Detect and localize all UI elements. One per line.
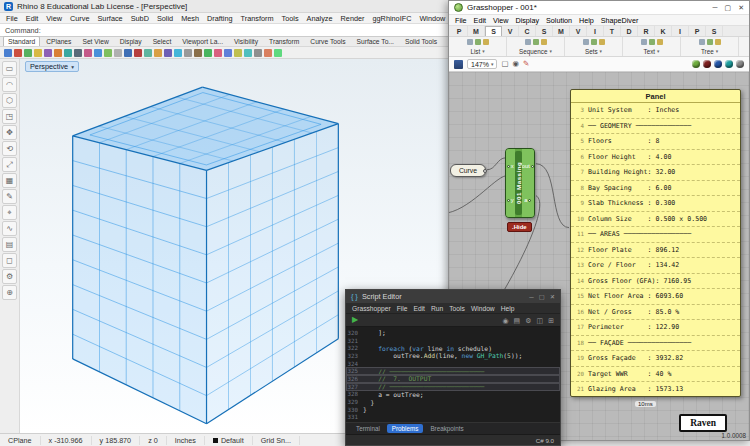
menu-tools[interactable]: Tools bbox=[449, 305, 465, 312]
menu-file[interactable]: File bbox=[6, 14, 18, 23]
toolbar-tab[interactable]: Standard bbox=[3, 36, 40, 46]
code-line[interactable]: 326 // 7. OUTPUT bbox=[346, 375, 560, 383]
input-y[interactable]: y bbox=[507, 197, 514, 203]
menu-window[interactable]: Window bbox=[419, 14, 445, 23]
menu-edit[interactable]: Edit bbox=[474, 16, 486, 25]
menu-mesh[interactable]: Mesh bbox=[181, 14, 199, 23]
menu-file[interactable]: File bbox=[455, 16, 467, 25]
tool-icon[interactable]: ⌖ bbox=[2, 205, 17, 220]
toolbar-icon[interactable] bbox=[254, 49, 262, 57]
toolbar-icon[interactable] bbox=[234, 49, 242, 57]
menu-edit[interactable]: Edit bbox=[413, 305, 425, 312]
tool-icon[interactable]: ◳ bbox=[2, 109, 17, 124]
maximize-button[interactable]: ▢ bbox=[725, 4, 732, 12]
toolbar-icon[interactable] bbox=[114, 49, 122, 57]
palette-group-label[interactable]: List▾ bbox=[470, 48, 484, 55]
category-tab-p-0[interactable]: P bbox=[451, 26, 468, 36]
category-tab-k-12[interactable]: K bbox=[655, 26, 672, 36]
tool-icon[interactable]: ◻ bbox=[2, 253, 17, 268]
status-z[interactable]: z 0 bbox=[140, 436, 167, 445]
toolbar-icon[interactable] bbox=[154, 49, 162, 57]
menu-file[interactable]: File bbox=[397, 305, 408, 312]
code-line[interactable]: 327 // ───────────────────────── bbox=[346, 383, 560, 391]
output-out[interactable]: out bbox=[522, 163, 534, 169]
category-tab-m-6[interactable]: M bbox=[553, 26, 570, 36]
code-line[interactable]: 325 // ───────────────────────── bbox=[346, 367, 560, 375]
category-tab-d-10[interactable]: D bbox=[621, 26, 638, 36]
minimize-button[interactable]: ─ bbox=[713, 4, 718, 12]
category-tab-t-9[interactable]: T bbox=[604, 26, 621, 36]
save-icon[interactable] bbox=[454, 60, 463, 69]
component-icon[interactable] bbox=[707, 39, 713, 45]
menu-grasshopper[interactable]: Grasshopper bbox=[352, 305, 391, 312]
code-editor[interactable]: 320 ];321322 foreach (var line in schedu… bbox=[346, 327, 560, 422]
component-icon[interactable] bbox=[475, 39, 481, 45]
menu-curve[interactable]: Curve bbox=[70, 14, 89, 23]
marquee-select-icon[interactable]: ▢ bbox=[501, 60, 508, 68]
menu-surface[interactable]: Surface bbox=[98, 14, 123, 23]
panel-title[interactable]: Panel bbox=[571, 90, 740, 103]
output-nub[interactable] bbox=[483, 169, 487, 173]
tool-icon[interactable]: ▤ bbox=[2, 237, 17, 252]
toolbar-tab[interactable]: Transform bbox=[264, 36, 304, 46]
status-inches[interactable]: Inches bbox=[167, 436, 205, 445]
toolbar-tab[interactable]: CPlanes bbox=[41, 36, 76, 46]
curve-param-component[interactable]: Curve bbox=[450, 164, 486, 177]
menu-drafting[interactable]: Drafting bbox=[207, 14, 233, 23]
toolbar-icon[interactable] bbox=[204, 49, 212, 57]
code-line[interactable]: 329 } bbox=[346, 398, 560, 406]
output-nub[interactable] bbox=[528, 199, 531, 202]
massing-component[interactable]: xy 001 Massing outa bbox=[505, 148, 535, 218]
minimize-button[interactable]: ─ bbox=[529, 293, 533, 300]
code-line[interactable]: 321 bbox=[346, 337, 560, 345]
toolbar-tab[interactable]: Surface To... bbox=[352, 36, 399, 46]
toolbar-icon[interactable] bbox=[144, 49, 152, 57]
menu-transform[interactable]: Transform bbox=[241, 14, 274, 23]
toolbar-icon[interactable] bbox=[244, 49, 252, 57]
category-tab-m-1[interactable]: M bbox=[468, 26, 485, 36]
tab-terminal[interactable]: Terminal bbox=[351, 424, 385, 433]
toolbar-icon[interactable] bbox=[274, 49, 282, 57]
code-line[interactable]: 330} bbox=[346, 406, 560, 414]
close-button[interactable]: ✕ bbox=[738, 4, 744, 12]
tool-icon[interactable]: ✎ bbox=[2, 189, 17, 204]
input-nub[interactable] bbox=[507, 165, 510, 168]
input-x[interactable]: x bbox=[507, 163, 514, 169]
status-x[interactable]: x -310.966 bbox=[41, 436, 92, 445]
run-button[interactable]: ▶ bbox=[352, 316, 358, 324]
menu-view[interactable]: View bbox=[493, 16, 508, 25]
toolbar-icon[interactable] bbox=[44, 49, 52, 57]
code-line[interactable]: 324 bbox=[346, 360, 560, 368]
gh-panel-component[interactable]: Panel 3Unit System : Inches4── GEOMETRY … bbox=[570, 89, 741, 397]
code-line[interactable]: 331 bbox=[346, 414, 560, 422]
tool-icon[interactable]: ⟲ bbox=[2, 141, 17, 156]
toolbar-icon[interactable] bbox=[64, 49, 72, 57]
component-icon[interactable] bbox=[715, 39, 721, 45]
maximize-button[interactable]: ▢ bbox=[539, 293, 545, 300]
toolbar-icon[interactable] bbox=[214, 49, 222, 57]
code-line[interactable]: 323 outTree.Add(line, new GH_Path(5)); bbox=[346, 352, 560, 360]
category-tab-s-15[interactable]: S bbox=[706, 26, 723, 36]
category-tab-s-5[interactable]: S bbox=[536, 26, 553, 36]
toolbar-tab[interactable]: Solid Tools bbox=[400, 36, 442, 46]
preview-eye-icon[interactable]: ◉ bbox=[513, 60, 520, 68]
menu-tools[interactable]: Tools bbox=[282, 14, 299, 23]
menu-help[interactable]: Help bbox=[501, 305, 515, 312]
status-cplane[interactable]: CPlane bbox=[0, 436, 41, 445]
output-a[interactable]: a bbox=[524, 197, 531, 203]
toolbar-icon[interactable] bbox=[104, 49, 112, 57]
tab-problems[interactable]: Problems bbox=[387, 424, 424, 433]
menu-window[interactable]: Window bbox=[471, 305, 495, 312]
category-tab-v-7[interactable]: V bbox=[570, 26, 587, 36]
status-y[interactable]: y 185.870 bbox=[92, 436, 141, 445]
palette-group-text[interactable]: Text▾ bbox=[623, 37, 681, 56]
component-icon[interactable] bbox=[533, 39, 539, 45]
component-icon[interactable] bbox=[649, 39, 655, 45]
component-icon[interactable] bbox=[583, 39, 589, 45]
component-icon[interactable] bbox=[483, 39, 489, 45]
split-view-icon[interactable]: ◫ bbox=[537, 317, 544, 324]
menu-run[interactable]: Run bbox=[431, 305, 443, 312]
sketch-pencil-icon[interactable]: ✎ bbox=[523, 60, 529, 68]
script-editor-titlebar[interactable]: { } Script Editor ─ ▢ ✕ bbox=[346, 290, 560, 303]
menu-view[interactable]: View bbox=[46, 14, 62, 23]
